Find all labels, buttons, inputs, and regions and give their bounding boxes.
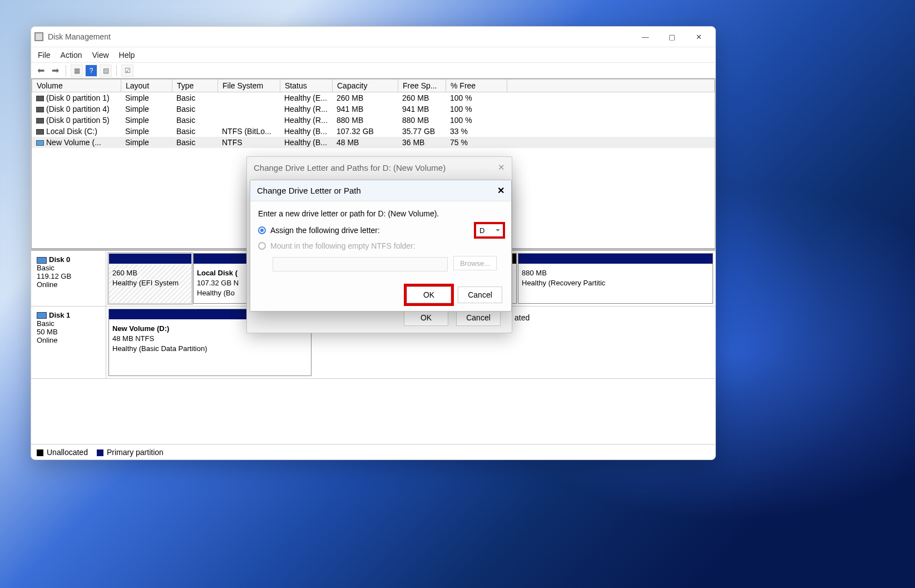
radio-assign-letter[interactable] — [258, 226, 266, 234]
radio-assign-label[interactable]: Assign the following drive letter: — [270, 226, 380, 235]
col-free[interactable]: Free Sp... — [398, 80, 446, 92]
outer-cancel-button[interactable]: Cancel — [456, 309, 501, 326]
mount-path-input — [273, 257, 448, 271]
table-row[interactable]: (Disk 0 partition 5)SimpleBasicHealthy (… — [32, 115, 715, 126]
drive-letter-select[interactable]: D — [476, 224, 503, 237]
col-status[interactable]: Status — [280, 80, 333, 92]
app-icon — [34, 32, 43, 41]
inner-ok-button[interactable]: OK — [407, 286, 451, 303]
dialog-outer-titlebar: Change Drive Letter and Paths for D: (Ne… — [247, 157, 512, 178]
partition-efi[interactable]: 260 MB Healthy (EFI System — [108, 253, 192, 304]
back-button[interactable]: ⬅ — [34, 65, 47, 77]
partition-c[interactable]: Local Disk ( 107.32 GB N Healthy (Bo — [193, 253, 249, 304]
change-letter-dialog: Change Drive Letter or Path ✕ Enter a ne… — [250, 180, 512, 312]
menu-action[interactable]: Action — [61, 51, 82, 60]
disk-0-label[interactable]: Disk 0 Basic 119.12 GB Online — [31, 251, 106, 306]
disk-icon — [37, 312, 47, 319]
dialog-inner-close-icon[interactable]: ✕ — [497, 185, 505, 196]
window-title: Disk Management — [48, 32, 111, 41]
maximize-button[interactable]: ▢ — [666, 31, 677, 42]
column-headers: Volume Layout Type File System Status Ca… — [32, 80, 715, 92]
col-pct[interactable]: % Free — [446, 80, 507, 92]
col-capacity[interactable]: Capacity — [333, 80, 398, 92]
volume-icon — [36, 129, 44, 135]
minimize-button[interactable]: — — [640, 31, 651, 42]
legend-primary: Primary partition — [97, 448, 164, 457]
col-layout[interactable]: Layout — [121, 80, 172, 92]
dialog-outer-close-icon[interactable]: ✕ — [498, 162, 505, 172]
toolbar-icon-2[interactable]: ▤ — [100, 65, 112, 77]
toolbar: ⬅ ➡ ▦ ? ▤ ☑ — [31, 63, 715, 78]
volume-icon — [36, 96, 44, 101]
truncated-text-fragment: ated — [515, 313, 530, 322]
dialog-inner-title: Change Drive Letter or Path — [257, 186, 361, 195]
table-row[interactable]: New Volume (...SimpleBasicNTFSHealthy (B… — [32, 137, 715, 148]
menu-help[interactable]: Help — [119, 51, 135, 60]
inner-cancel-button[interactable]: Cancel — [458, 286, 502, 303]
disk-icon — [37, 257, 47, 264]
close-button[interactable]: ✕ — [693, 31, 704, 42]
table-row[interactable]: (Disk 0 partition 1)SimpleBasicHealthy (… — [32, 92, 715, 103]
forward-button[interactable]: ➡ — [49, 65, 61, 77]
toolbar-icon-3[interactable]: ☑ — [121, 65, 133, 77]
toolbar-icon-1[interactable]: ▦ — [71, 65, 83, 77]
browse-button: Browse... — [453, 256, 497, 270]
menu-view[interactable]: View — [92, 51, 108, 60]
outer-ok-button[interactable]: OK — [404, 309, 448, 326]
col-type[interactable]: Type — [172, 80, 218, 92]
titlebar: Disk Management — ▢ ✕ — [31, 27, 715, 47]
dialog-outer-title: Change Drive Letter and Paths for D: (Ne… — [254, 163, 446, 172]
legend-unallocated: Unallocated — [37, 448, 88, 457]
radio-mount-label: Mount in the following empty NTFS folder… — [270, 241, 416, 250]
dialog-inner-titlebar: Change Drive Letter or Path ✕ — [250, 180, 511, 201]
menu-file[interactable]: File — [38, 51, 51, 60]
help-icon[interactable]: ? — [85, 65, 97, 77]
col-spacer — [507, 80, 715, 92]
radio-mount-folder[interactable] — [258, 242, 266, 250]
menubar: File Action View Help — [31, 47, 715, 63]
volume-icon — [36, 118, 44, 123]
table-row[interactable]: (Disk 0 partition 4)SimpleBasicHealthy (… — [32, 103, 715, 115]
legend: Unallocated Primary partition — [31, 444, 715, 459]
dialog-instruction: Enter a new drive letter or path for D: … — [258, 209, 503, 218]
col-volume[interactable]: Volume — [32, 80, 121, 92]
volume-icon — [36, 140, 44, 146]
volume-icon — [36, 107, 44, 112]
partition-recovery[interactable]: 880 MB Healthy (Recovery Partitic — [518, 253, 713, 304]
col-fs[interactable]: File System — [218, 80, 280, 92]
table-row[interactable]: Local Disk (C:)SimpleBasicNTFS (BitLo...… — [32, 126, 715, 137]
disk-1-label[interactable]: Disk 1 Basic 50 MB Online — [31, 307, 106, 378]
